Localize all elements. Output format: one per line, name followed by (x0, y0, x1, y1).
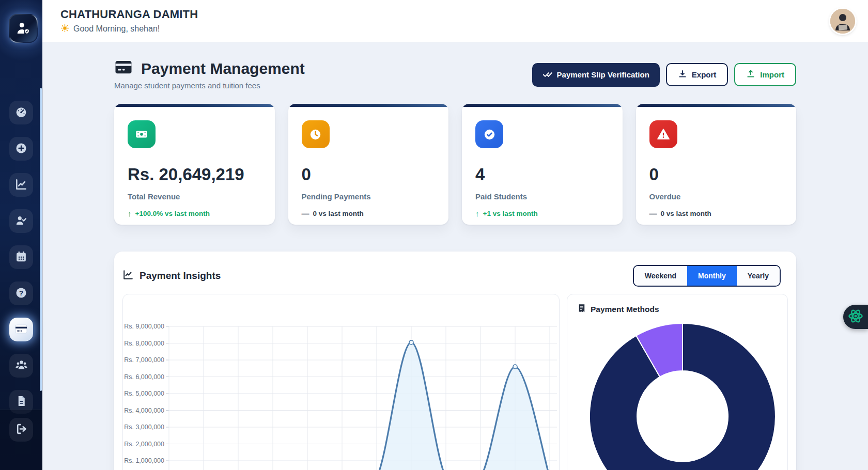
alert-triangle-icon (649, 120, 677, 148)
stat-label: Overdue (649, 192, 783, 201)
sidebar-item-dashboard[interactable] (9, 101, 33, 124)
chart-icon (122, 269, 134, 283)
page-header: Payment Management Manage student paymen… (114, 59, 796, 90)
svg-text:Rs. 5,000,000: Rs. 5,000,000 (124, 390, 164, 397)
import-button[interactable]: Import (734, 63, 796, 86)
stat-value: 4 (475, 165, 609, 184)
svg-text:Rs. 4,000,000: Rs. 4,000,000 (124, 407, 164, 414)
svg-text:Rs. 1,000,000: Rs. 1,000,000 (124, 457, 164, 464)
stat-value: Rs. 20,649,219 (128, 165, 261, 184)
devtools-toggle[interactable] (843, 305, 868, 329)
user-name: CHATHURANGA DAMITH (60, 8, 198, 21)
import-button-label: Import (760, 70, 784, 79)
sidebar-item-calendar[interactable] (9, 245, 33, 269)
stat-value: 0 (302, 165, 436, 184)
logout-button[interactable] (9, 418, 33, 442)
tab-monthly[interactable]: Monthly (687, 266, 737, 286)
svg-text:Rs. 6,000,000: Rs. 6,000,000 (124, 373, 164, 381)
logout-icon (15, 422, 28, 437)
file-text-icon (15, 395, 28, 409)
trend-up-icon: ↑ (475, 209, 479, 218)
banknote-icon (128, 120, 156, 148)
topbar: CHATHURANGA DAMITH Good Morning, shehan! (42, 0, 868, 42)
tab-yearly[interactable]: Yearly (737, 266, 780, 286)
stats-row: Rs. 20,649,219 Total Revenue ↑ +100.0% v… (114, 104, 796, 225)
stat-card-pending-payments: 0 Pending Payments — 0 vs last month (288, 104, 449, 225)
page-title: Payment Management (141, 60, 305, 77)
clock-icon (302, 120, 330, 148)
stat-trend: ↑ +1 vs last month (475, 209, 609, 218)
users-group-icon (14, 358, 28, 373)
page-subtitle: Manage student payments and tuition fees (114, 81, 305, 90)
user-shield-logo-icon (10, 15, 37, 42)
insights-title: Payment Insights (140, 270, 221, 281)
stat-card-paid-students: 4 Paid Students ↑ +1 vs last month (462, 104, 623, 225)
download-icon (678, 69, 687, 80)
stat-label: Total Revenue (128, 192, 261, 201)
user-check-icon (14, 214, 28, 229)
sidebar-item-payments[interactable] (9, 318, 33, 341)
card-accent (114, 104, 275, 107)
svg-text:Rs. 7,000,000: Rs. 7,000,000 (124, 356, 164, 364)
stat-card-total-revenue: Rs. 20,649,219 Total Revenue ↑ +100.0% v… (114, 104, 275, 225)
revenue-area-chart: Rs. 9,000,000Rs. 8,000,000Rs. 7,000,000R… (122, 294, 560, 470)
payment-methods-donut (567, 323, 788, 470)
svg-text:Rs. 9,000,000: Rs. 9,000,000 (124, 323, 164, 330)
plus-circle-icon (14, 142, 28, 156)
logout-zone (0, 410, 42, 470)
trend-up-icon: ↑ (128, 209, 132, 218)
avatar[interactable] (830, 9, 855, 34)
sidebar-scrollbar[interactable] (40, 88, 42, 391)
help-icon: ? (14, 286, 28, 301)
credit-card-icon (14, 322, 28, 338)
verify-button-label: Payment Slip Verification (557, 70, 649, 79)
stat-trend: — 0 vs last month (302, 209, 436, 218)
payment-insights-card: Payment Insights Weekend Monthly Yearly … (114, 252, 796, 470)
stat-trend: ↑ +100.0% vs last month (128, 209, 261, 218)
card-accent (462, 104, 623, 107)
trend-flat-icon: — (649, 209, 657, 218)
stat-label: Paid Students (475, 192, 609, 201)
trend-flat-icon: — (302, 209, 309, 218)
app-window: ? CHATHURANGA DAMITH Good Morning, (0, 0, 868, 470)
stat-label: Pending Payments (302, 192, 436, 201)
stat-value: 0 (649, 165, 783, 184)
stat-trend: — 0 vs last month (649, 209, 783, 218)
gauge-icon (14, 105, 28, 120)
credit-card-title-icon (114, 59, 133, 77)
svg-text:Rs. 3,000,000: Rs. 3,000,000 (124, 424, 164, 431)
atom-icon (848, 308, 863, 326)
stat-card-overdue: 0 Overdue — 0 vs last month (636, 104, 797, 225)
calendar-icon (14, 250, 28, 265)
sidebar-item-add[interactable] (9, 137, 33, 161)
sidebar-item-users[interactable] (9, 354, 33, 378)
sidebar-item-student-verify[interactable] (9, 209, 33, 233)
insights-range-toggle: Weekend Monthly Yearly (633, 265, 781, 287)
payment-methods-panel: Payment Methods (567, 294, 788, 470)
export-button[interactable]: Export (666, 63, 729, 86)
sidebar-nav: ? (0, 101, 42, 414)
sidebar-item-analytics[interactable] (9, 173, 33, 197)
sidebar-item-help[interactable]: ? (9, 281, 33, 305)
sidebar: ? (0, 0, 42, 470)
line-chart-icon (14, 178, 28, 193)
greeting-text: Good Morning, shehan! (73, 24, 160, 34)
payment-methods-title: Payment Methods (591, 305, 659, 314)
check-double-icon (542, 69, 552, 81)
svg-text:?: ? (19, 289, 23, 296)
payment-slip-verification-button[interactable]: Payment Slip Verification (532, 63, 660, 87)
export-button-label: Export (692, 70, 717, 79)
user-block: CHATHURANGA DAMITH Good Morning, shehan! (60, 8, 198, 35)
svg-text:Rs. 2,000,000: Rs. 2,000,000 (124, 441, 164, 448)
main-content: Payment Management Manage student paymen… (42, 42, 868, 470)
card-accent (288, 104, 449, 107)
tab-weekend[interactable]: Weekend (634, 266, 687, 286)
check-circle-icon (475, 120, 503, 148)
receipt-icon (578, 304, 586, 315)
svg-text:Rs. 8,000,000: Rs. 8,000,000 (124, 340, 164, 347)
app-logo[interactable] (9, 14, 38, 43)
card-accent (636, 104, 797, 107)
upload-icon (746, 69, 755, 80)
sun-icon (60, 24, 69, 35)
